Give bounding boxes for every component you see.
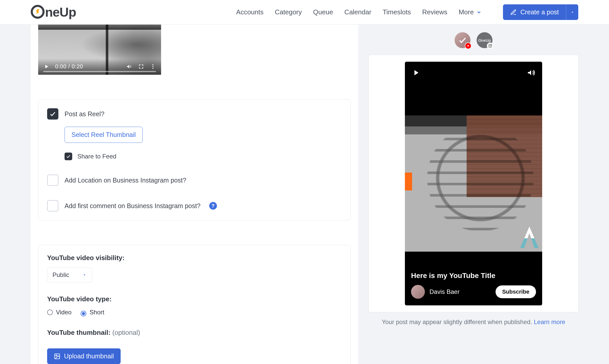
svg-point-2 — [152, 68, 153, 69]
account-brand-text: OneUp — [478, 38, 491, 42]
preview-meta: Here is my YouTube Title Davis Baer Subs… — [405, 265, 542, 305]
youtube-visibility-label: YouTube video visibility: — [47, 254, 342, 262]
nav-reviews[interactable]: Reviews — [422, 8, 447, 16]
preview-title: Here is my YouTube Title — [411, 272, 536, 280]
svg-point-4 — [56, 355, 57, 356]
brand-text-suffix: Up — [59, 5, 76, 20]
preview-author-name: Davis Baer — [429, 288, 459, 295]
svg-point-0 — [152, 64, 153, 65]
check-icon — [66, 154, 71, 159]
image-icon — [54, 353, 60, 360]
video-time-display: 0:00 / 0:20 — [55, 63, 83, 70]
caret-down-icon — [82, 273, 87, 277]
post-as-reel-label: Post as Reel? — [65, 110, 104, 118]
youtube-options-card: YouTube video visibility: Public YouTube… — [38, 245, 351, 364]
youtube-visibility-value: Public — [52, 271, 69, 279]
share-to-feed-checkbox[interactable] — [65, 153, 72, 160]
caret-down-icon — [570, 10, 575, 15]
account-badges: OneUp — [369, 32, 579, 48]
svg-point-7 — [491, 45, 491, 45]
preview-note-text: Your post may appear slightly different … — [382, 318, 534, 325]
nav-calendar[interactable]: Calendar — [344, 8, 372, 16]
preview-play-button[interactable] — [412, 68, 420, 78]
create-post-label: Create a post — [520, 8, 559, 16]
post-as-reel-row: Post as Reel? — [47, 108, 342, 120]
compose-panel: 0:00 / 0:20 Post as Reel? Select Reel Th… — [30, 25, 358, 364]
fullscreen-icon[interactable] — [138, 63, 144, 70]
brand-logo: neUp — [31, 5, 76, 20]
volume-icon — [527, 68, 536, 77]
page-body: 0:00 / 0:20 Post as Reel? Select Reel Th… — [0, 25, 609, 364]
youtube-type-video-label: Video — [56, 309, 71, 316]
post-as-reel-checkbox[interactable] — [47, 108, 58, 120]
play-icon[interactable] — [43, 63, 49, 70]
preview-watermark-icon — [520, 227, 539, 248]
add-location-row: Add Location on Business Instagram post? — [47, 175, 342, 186]
check-icon — [49, 111, 56, 117]
preview-card: Here is my YouTube Title Davis Baer Subs… — [369, 55, 579, 312]
main-nav: Accounts Category Queue Calendar Timeslo… — [236, 4, 578, 20]
youtube-thumbnail-optional: (optional) — [110, 329, 140, 336]
account-avatar-youtube[interactable] — [455, 32, 470, 48]
nav-timeslots[interactable]: Timeslots — [383, 8, 411, 16]
nav-more-label: More — [459, 8, 474, 16]
nav-accounts[interactable]: Accounts — [236, 8, 264, 16]
share-to-feed-row: Share to Feed — [65, 153, 342, 160]
account-avatar-instagram[interactable]: OneUp — [477, 32, 492, 48]
add-location-checkbox[interactable] — [47, 175, 58, 186]
video-progress-bar[interactable] — [43, 71, 156, 72]
nav-category[interactable]: Category — [275, 8, 302, 16]
upload-thumbnail-label: Upload thumbnail — [64, 352, 114, 360]
youtube-type-short-option[interactable]: Short — [81, 309, 104, 316]
radio-checked-icon — [81, 311, 86, 316]
youtube-video-type-section: YouTube video type: Video Short — [47, 295, 342, 316]
youtube-short-preview: Here is my YouTube Title Davis Baer Subs… — [405, 62, 542, 305]
more-vertical-icon[interactable] — [150, 63, 156, 70]
add-first-comment-row: Add first comment on Business Instagram … — [47, 200, 342, 211]
volume-icon[interactable] — [126, 63, 132, 70]
youtube-type-short-label: Short — [90, 309, 104, 316]
brand-text-prefix: ne — [45, 5, 59, 20]
youtube-video-type-radios: Video Short — [47, 309, 342, 316]
create-post-group: Create a post — [503, 4, 578, 20]
chevron-down-icon — [476, 10, 481, 15]
preview-panel: OneUp Here is my YouTube Titl — [369, 25, 579, 364]
youtube-type-video-option[interactable]: Video — [47, 309, 71, 316]
preview-author-avatar — [411, 285, 425, 299]
youtube-thumbnail-section: YouTube thumbnail: (optional) Upload thu… — [47, 329, 342, 364]
instagram-options-card: Post as Reel? Select Reel Thumbnail Shar… — [38, 99, 351, 220]
upload-thumbnail-button[interactable]: Upload thumbnail — [47, 348, 121, 364]
share-to-feed-label: Share to Feed — [77, 153, 116, 160]
radio-icon — [47, 309, 53, 315]
video-player[interactable]: 0:00 / 0:20 — [38, 25, 161, 75]
learn-more-link[interactable]: Learn more — [534, 318, 565, 325]
nav-queue[interactable]: Queue — [313, 8, 333, 16]
reel-thumbnail-subrow: Select Reel Thumbnail — [65, 127, 342, 143]
preview-volume-button[interactable] — [527, 68, 536, 78]
preview-video-frame — [405, 115, 542, 252]
create-post-button[interactable]: Create a post — [503, 4, 566, 20]
svg-point-6 — [489, 45, 491, 46]
youtube-video-type-label: YouTube video type: — [47, 295, 342, 303]
add-location-label: Add Location on Business Instagram post? — [65, 177, 186, 184]
youtube-visibility-select[interactable]: Public — [47, 267, 92, 282]
brand-logo-o-icon — [31, 5, 45, 19]
add-first-comment-label: Add first comment on Business Instagram … — [65, 202, 201, 210]
select-reel-thumbnail-button[interactable]: Select Reel Thumbnail — [65, 127, 143, 143]
subscribe-button[interactable]: Subscribe — [496, 285, 536, 298]
compose-icon — [510, 9, 517, 16]
youtube-thumbnail-label-text: YouTube thumbnail: — [47, 329, 110, 336]
preview-frame-accent — [405, 173, 412, 190]
help-icon[interactable]: ? — [209, 202, 217, 210]
app-header: neUp Accounts Category Queue Calendar Ti… — [0, 0, 609, 25]
preview-author-row: Davis Baer Subscribe — [411, 285, 536, 299]
svg-point-1 — [152, 66, 153, 67]
play-icon — [412, 68, 420, 77]
nav-more[interactable]: More — [459, 8, 481, 16]
add-first-comment-checkbox[interactable] — [47, 200, 58, 211]
video-controls: 0:00 / 0:20 — [38, 58, 161, 75]
create-post-caret-button[interactable] — [566, 4, 578, 20]
instagram-badge-icon — [487, 42, 494, 49]
youtube-thumbnail-label: YouTube thumbnail: (optional) — [47, 329, 342, 337]
youtube-badge-icon — [465, 42, 471, 49]
